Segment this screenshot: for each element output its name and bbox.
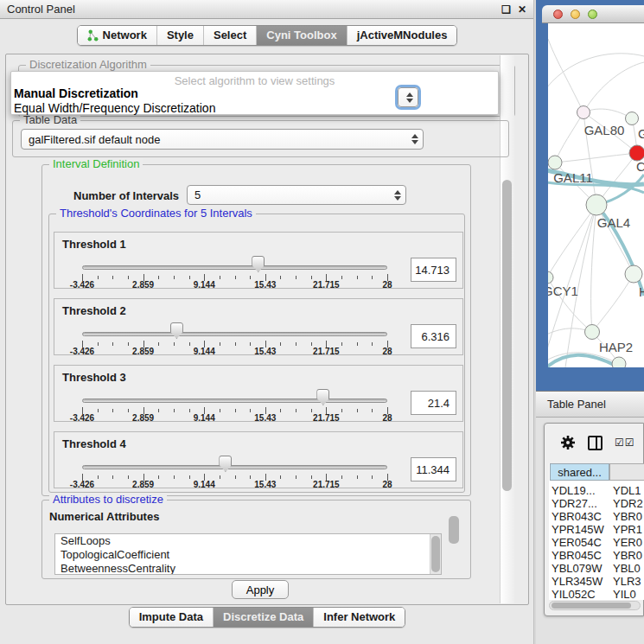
group-scrollbar-thumb[interactable] bbox=[449, 516, 459, 544]
slider-thumb[interactable] bbox=[316, 389, 329, 405]
table-data-select[interactable]: galFiltered.sif default node bbox=[21, 129, 424, 150]
table-row-cell[interactable]: YDR27... bbox=[552, 497, 612, 510]
tick-mark bbox=[250, 342, 251, 346]
float-window-icon[interactable]: ❑ bbox=[501, 4, 511, 15]
table-row-cell[interactable]: YDL19... bbox=[552, 484, 612, 497]
threshold-value-field[interactable]: 14.713 bbox=[411, 258, 456, 282]
algorithm-select-stepper[interactable] bbox=[398, 87, 418, 107]
columns-icon[interactable] bbox=[588, 436, 603, 450]
checkbox-icons[interactable]: ☑☑ bbox=[615, 437, 635, 449]
network-edge[interactable] bbox=[548, 355, 619, 367]
tick-label: 9.144 bbox=[178, 480, 230, 489]
network-node-gal4[interactable] bbox=[586, 194, 607, 215]
tab-label: Network bbox=[103, 29, 147, 41]
slider-track[interactable] bbox=[82, 332, 387, 336]
table-row-cell[interactable]: YIL0 bbox=[613, 588, 644, 600]
tab-label: Style bbox=[167, 29, 194, 41]
minimize-traffic-light-icon[interactable] bbox=[571, 10, 580, 19]
slider-thumb[interactable] bbox=[252, 256, 265, 272]
network-view-window: GAL80GACGAL11GAL4GCY1HHAP2 bbox=[536, 0, 644, 391]
numerical-attributes-list[interactable]: SelfLoopsTopologicalCoefficientBetweenne… bbox=[54, 533, 442, 575]
table-row-cell[interactable]: YIL052C bbox=[552, 588, 612, 600]
network-edge[interactable] bbox=[583, 62, 644, 112]
threshold-value-field[interactable]: 11.344 bbox=[411, 457, 456, 481]
table-row-cell[interactable]: YBR045C bbox=[552, 549, 612, 562]
slider-thumb[interactable] bbox=[219, 456, 232, 472]
slider-thumb[interactable] bbox=[170, 322, 183, 339]
bottom-tab-impute-data[interactable]: Impute Data bbox=[130, 608, 213, 627]
tab-jactivemnodules[interactable]: jActiveMNodules bbox=[347, 26, 457, 45]
table-row-cell[interactable]: YPR145W bbox=[552, 523, 612, 536]
attribute-list-item[interactable]: BetweennessCentrality bbox=[55, 562, 441, 575]
network-edge[interactable] bbox=[583, 109, 632, 118]
close-icon[interactable]: ✕ bbox=[518, 4, 526, 15]
bottom-tab-label: Impute Data bbox=[139, 610, 203, 623]
network-edge[interactable] bbox=[592, 274, 634, 332]
column-header-shared-name[interactable]: shared... bbox=[550, 463, 609, 481]
algorithm-placeholder-option[interactable]: Select algorithm to view settings bbox=[11, 72, 498, 86]
network-node-gcy1[interactable] bbox=[548, 271, 553, 284]
network-edge[interactable] bbox=[548, 205, 596, 277]
table-row-cell[interactable]: YLR345W bbox=[552, 575, 612, 588]
bottom-tab-infer-network[interactable]: Infer Network bbox=[313, 608, 405, 627]
network-node-hap2[interactable] bbox=[585, 325, 600, 340]
network-edge[interactable] bbox=[555, 112, 583, 163]
tick-mark bbox=[98, 276, 99, 279]
table-row-cell[interactable]: YBR0 bbox=[613, 549, 644, 562]
stepper-icon bbox=[411, 134, 418, 144]
table-row-cell[interactable]: YBL079W bbox=[552, 562, 612, 575]
tab-network[interactable]: Network bbox=[78, 26, 156, 45]
network-node-ga[interactable] bbox=[626, 112, 639, 125]
network-node[interactable] bbox=[612, 357, 626, 367]
apply-button[interactable]: Apply bbox=[232, 580, 289, 599]
tick-label: 2.859 bbox=[118, 280, 169, 290]
slider-track[interactable] bbox=[82, 465, 387, 469]
slider-track[interactable] bbox=[82, 399, 387, 403]
network-node-gal11[interactable] bbox=[548, 156, 562, 169]
tick-mark bbox=[220, 409, 220, 412]
tick-label: 9.144 bbox=[178, 347, 230, 356]
network-node-h[interactable] bbox=[625, 265, 642, 283]
attribute-list-item[interactable]: SelfLoops bbox=[55, 534, 441, 548]
bottom-tab-discretize-data[interactable]: Discretize Data bbox=[213, 608, 313, 627]
main-scrollbar-thumb[interactable] bbox=[502, 180, 512, 491]
table-row-cell[interactable]: YPR1 bbox=[613, 523, 644, 536]
threshold-value-field[interactable]: 6.316 bbox=[411, 324, 456, 348]
network-window-titlebar[interactable] bbox=[542, 5, 644, 23]
table-row-cell[interactable]: YLR3 bbox=[613, 575, 644, 588]
threshold-row-2: Threshold 2-3.4262.8599.14415.4321.71528… bbox=[54, 298, 463, 355]
tick-mark bbox=[128, 409, 129, 412]
list-scrollbar[interactable] bbox=[430, 534, 441, 574]
slider-track[interactable] bbox=[82, 265, 387, 270]
table-row-cell[interactable]: YDL1 bbox=[613, 484, 644, 497]
network-edge[interactable] bbox=[548, 39, 583, 112]
close-traffic-light-icon[interactable] bbox=[553, 10, 563, 19]
network-node-gal80[interactable] bbox=[577, 106, 590, 119]
tick-mark bbox=[189, 475, 190, 479]
tick-mark bbox=[98, 342, 99, 346]
gear-icon[interactable] bbox=[560, 435, 576, 450]
threshold-value-field[interactable]: 21.4 bbox=[411, 391, 456, 415]
tab-cyni-toolbox[interactable]: Cyni Toolbox bbox=[256, 26, 346, 45]
tick-mark bbox=[372, 342, 373, 346]
network-edge[interactable] bbox=[555, 153, 637, 163]
algorithm-option-manual[interactable]: Manual Discretization bbox=[11, 86, 498, 101]
number-of-intervals-select[interactable]: 5 bbox=[187, 185, 406, 205]
tab-select[interactable]: Select bbox=[203, 26, 256, 45]
table-hscrollbar[interactable] bbox=[549, 601, 641, 610]
node-attribute-table[interactable]: shared...nYDL19...YDL1YDR27...YDR2YBR043… bbox=[549, 463, 644, 600]
column-header-name[interactable]: n bbox=[609, 463, 644, 481]
control-panel-window: Control Panel ❑ ✕ NetworkStyleSelectCyni… bbox=[0, 0, 534, 644]
network-canvas[interactable]: GAL80GACGAL11GAL4GCY1HHAP2 bbox=[548, 23, 644, 367]
tick-label: -3.426 bbox=[56, 280, 108, 290]
table-row-cell[interactable]: YBR0 bbox=[613, 510, 644, 523]
table-row-cell[interactable]: YBL0 bbox=[613, 562, 644, 575]
table-row-cell[interactable]: YER0 bbox=[613, 536, 644, 549]
table-row-cell[interactable]: YER054C bbox=[552, 536, 612, 549]
table-row-cell[interactable]: YBR043C bbox=[552, 510, 612, 523]
algorithm-option-equal-width[interactable]: Equal Width/Frequency Discretization bbox=[11, 101, 498, 116]
zoom-traffic-light-icon[interactable] bbox=[588, 10, 597, 19]
table-row-cell[interactable]: YDR2 bbox=[613, 497, 644, 510]
tab-style[interactable]: Style bbox=[156, 26, 203, 45]
attribute-list-item[interactable]: TopologicalCoefficient bbox=[55, 548, 441, 562]
